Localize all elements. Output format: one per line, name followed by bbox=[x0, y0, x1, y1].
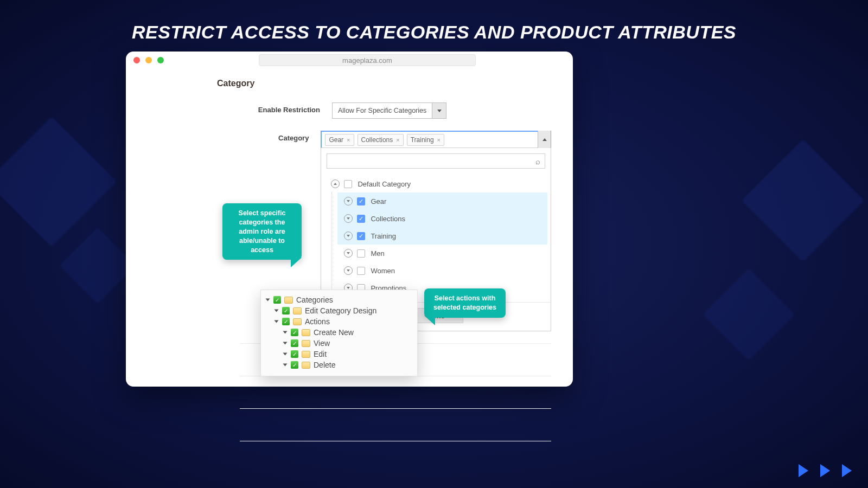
close-icon[interactable] bbox=[133, 57, 140, 63]
decor-triangles bbox=[799, 464, 852, 477]
perm-edit[interactable]: ✓Edit bbox=[266, 349, 412, 359]
divider bbox=[240, 376, 551, 408]
expand-icon[interactable] bbox=[344, 249, 353, 258]
perm-edit-design[interactable]: ✓Edit Category Design bbox=[266, 305, 412, 316]
folder-icon bbox=[302, 351, 310, 358]
divider bbox=[240, 441, 551, 473]
checkbox-icon[interactable]: ✓ bbox=[291, 350, 298, 358]
expand-icon[interactable] bbox=[344, 214, 353, 223]
expand-icon[interactable] bbox=[344, 266, 353, 275]
checkbox[interactable]: ✓ bbox=[357, 197, 365, 206]
tree-item-men[interactable]: Men bbox=[337, 245, 547, 262]
checkbox-icon[interactable]: ✓ bbox=[291, 339, 298, 347]
callout-select-actions: Select actions with selected categories bbox=[424, 288, 506, 318]
folder-icon bbox=[302, 362, 310, 369]
remove-icon[interactable]: × bbox=[437, 137, 441, 143]
select-value: Allow For Specific Categories bbox=[333, 103, 432, 118]
perm-categories[interactable]: ✓Categories bbox=[266, 294, 412, 305]
checkbox[interactable]: ✓ bbox=[357, 215, 365, 223]
expand-icon[interactable] bbox=[344, 197, 353, 206]
permissions-tree: ✓Categories ✓Edit Category Design ✓Actio… bbox=[260, 290, 418, 376]
zoom-icon[interactable] bbox=[157, 57, 164, 63]
remove-icon[interactable]: × bbox=[396, 137, 399, 143]
tree-item-collections[interactable]: ✓Collections bbox=[337, 210, 547, 227]
caret-icon bbox=[283, 342, 288, 345]
perm-create-new[interactable]: ✓Create New bbox=[266, 327, 412, 338]
expand-icon[interactable] bbox=[344, 232, 353, 240]
perm-view[interactable]: ✓View bbox=[266, 338, 412, 349]
checkbox-icon[interactable]: ✓ bbox=[273, 296, 281, 304]
remove-icon[interactable]: × bbox=[347, 137, 350, 143]
category-search-input[interactable]: ⌕ bbox=[327, 153, 545, 169]
checkbox[interactable] bbox=[357, 249, 365, 258]
tree-item-training[interactable]: ✓Training bbox=[337, 227, 547, 245]
caret-icon bbox=[266, 299, 270, 301]
checkbox-icon[interactable]: ✓ bbox=[291, 361, 298, 369]
category-multiselect[interactable]: Gear× Collections× Training× bbox=[321, 131, 551, 148]
perm-actions[interactable]: ✓Actions bbox=[266, 316, 412, 327]
checkbox-icon[interactable]: ✓ bbox=[291, 329, 298, 336]
checkbox-icon[interactable]: ✓ bbox=[282, 307, 290, 314]
divider bbox=[240, 408, 551, 441]
checkbox-icon[interactable]: ✓ bbox=[282, 318, 290, 325]
tree-root-label: Default Category bbox=[358, 180, 411, 188]
caret-icon bbox=[275, 310, 279, 312]
category-label: Category bbox=[148, 131, 321, 142]
tag-training[interactable]: Training× bbox=[407, 134, 444, 146]
folder-icon bbox=[293, 318, 302, 325]
url-bar[interactable]: mageplaza.com bbox=[259, 54, 476, 66]
tree-item-gear[interactable]: ✓Gear bbox=[337, 192, 547, 210]
section-title: Category bbox=[217, 79, 551, 88]
caret-icon bbox=[283, 353, 288, 356]
checkbox[interactable] bbox=[357, 267, 365, 275]
callout-select-categories: Select specific categories the admin rol… bbox=[222, 203, 302, 260]
folder-icon bbox=[293, 307, 302, 314]
perm-delete[interactable]: ✓Delete bbox=[266, 359, 412, 370]
category-tree[interactable]: Default Category ✓Gear ✓Collections ✓Tra… bbox=[321, 173, 551, 302]
folder-icon bbox=[302, 329, 310, 336]
enable-restriction-select[interactable]: Allow For Specific Categories bbox=[332, 102, 446, 119]
minimize-icon[interactable] bbox=[145, 57, 152, 63]
caret-icon bbox=[283, 364, 288, 367]
checkbox[interactable] bbox=[344, 180, 352, 188]
chevron-up-icon[interactable] bbox=[538, 131, 551, 148]
caret-icon bbox=[275, 320, 279, 323]
bg-cube bbox=[59, 227, 136, 304]
checkbox[interactable]: ✓ bbox=[357, 232, 365, 240]
bg-cube bbox=[0, 117, 117, 247]
tag-gear[interactable]: Gear× bbox=[325, 134, 354, 146]
window-titlebar: mageplaza.com bbox=[126, 52, 573, 69]
bg-cube bbox=[703, 268, 795, 361]
collapse-icon[interactable] bbox=[331, 179, 340, 188]
caret-icon bbox=[283, 331, 288, 334]
tree-item-women[interactable]: Women bbox=[337, 262, 547, 279]
search-icon: ⌕ bbox=[535, 157, 540, 166]
folder-icon bbox=[284, 297, 293, 304]
chevron-down-icon bbox=[432, 103, 446, 118]
enable-label: Enable Restriction bbox=[148, 102, 332, 114]
folder-icon bbox=[302, 340, 310, 347]
page-title: RESTRICT ACCESS TO CATEGORIES AND PRODUC… bbox=[0, 0, 868, 43]
bg-cube bbox=[742, 139, 864, 262]
tag-collections[interactable]: Collections× bbox=[358, 134, 404, 146]
